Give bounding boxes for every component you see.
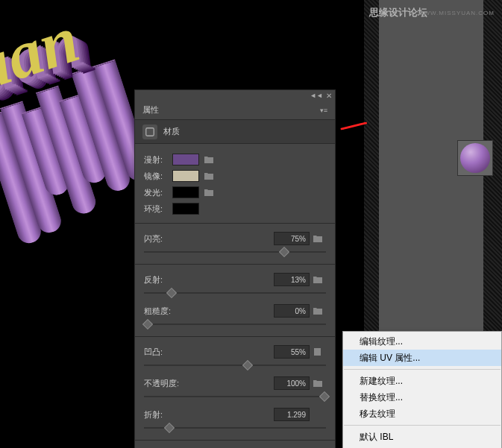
folder-icon[interactable]: [204, 171, 216, 181]
ambient-label: 环境:: [144, 204, 168, 215]
panel-menu-icon[interactable]: ▾≡: [320, 107, 327, 114]
folder-icon[interactable]: [313, 233, 326, 244]
watermark-en: WWW.MISSYUAN.COM: [418, 10, 495, 16]
menu-new-texture[interactable]: 新建纹理...: [343, 373, 501, 389]
bump-input[interactable]: 55%: [274, 345, 310, 359]
material-preview[interactable]: [457, 140, 493, 176]
rough-input[interactable]: 0%: [274, 304, 310, 318]
shine-input[interactable]: 75%: [274, 232, 310, 245]
panel-subtitle-bar: 材质: [135, 120, 335, 144]
refract-input[interactable]: 1.299: [274, 408, 310, 421]
reflect-input[interactable]: 13%: [274, 273, 310, 286]
refract-label: 折射:: [144, 409, 274, 420]
collapse-icon[interactable]: ◄◄: [310, 92, 323, 99]
svg-rect-0: [146, 127, 154, 136]
properties-panel: ◄◄ ✕ 属性 ▾≡ 材质 漫射: 镜像: 发光: 环境:: [134, 89, 336, 448]
bump-slider[interactable]: [144, 361, 326, 370]
material-icon: [142, 124, 157, 139]
shine-section: 闪亮: 75%: [135, 224, 335, 265]
refract-slider[interactable]: [144, 423, 326, 432]
reflect-slider[interactable]: [144, 288, 326, 297]
shine-slider[interactable]: [144, 247, 326, 256]
bottom-row: 法线: 环境:: [135, 441, 335, 448]
menu-replace-texture[interactable]: 替换纹理...: [343, 389, 501, 406]
glow-label: 发光:: [144, 187, 168, 198]
reflect-section: 反射: 13% 粗糙度: 0%: [135, 265, 335, 337]
menu-remove-texture[interactable]: 移去纹理: [343, 406, 501, 422]
bump-section: 凹凸: 55% 不透明度: 100% 折射: 1.299: [135, 337, 335, 441]
menu-bg-copy[interactable]: 背景 拷贝: [343, 445, 501, 448]
sphere-icon: [460, 143, 490, 173]
ambient-swatch[interactable]: [172, 203, 199, 215]
opacity-slider[interactable]: [144, 392, 326, 401]
context-menu: 编辑纹理... 编辑 UV 属性... 新建纹理... 替换纹理... 移去纹理…: [342, 331, 502, 448]
opacity-label: 不透明度:: [144, 378, 274, 389]
panel-title-bar: 属性 ▾≡: [135, 101, 335, 120]
opacity-input[interactable]: 100%: [274, 376, 310, 390]
glow-row: 发光:: [144, 184, 326, 201]
menu-edit-uv[interactable]: 编辑 UV 属性...: [343, 350, 501, 366]
menu-edit-texture[interactable]: 编辑纹理...: [343, 333, 501, 350]
rough-label: 粗糙度:: [144, 306, 274, 317]
diffuse-row: 漫射:: [144, 151, 326, 168]
close-icon[interactable]: ✕: [326, 92, 332, 100]
panel-title: 属性: [142, 104, 159, 116]
doc-icon[interactable]: [313, 347, 326, 357]
glow-swatch[interactable]: [172, 186, 199, 198]
folder-icon[interactable]: [204, 187, 216, 198]
bump-label: 凹凸:: [144, 347, 274, 358]
rough-slider[interactable]: [144, 320, 326, 329]
menu-separator: [344, 425, 501, 426]
diffuse-swatch[interactable]: [172, 154, 199, 165]
folder-icon[interactable]: [313, 274, 326, 285]
color-section: 漫射: 镜像: 发光: 环境:: [135, 144, 335, 224]
shine-label: 闪亮:: [144, 233, 274, 244]
diffuse-label: 漫射:: [144, 154, 168, 165]
specular-row: 镜像:: [144, 168, 326, 184]
specular-swatch[interactable]: [172, 170, 199, 182]
panel-subtitle: 材质: [163, 126, 180, 137]
specular-label: 镜像:: [144, 171, 168, 182]
folder-icon[interactable]: [313, 378, 326, 388]
reflect-label: 反射:: [144, 274, 274, 285]
panel-topbar: ◄◄ ✕: [135, 90, 335, 101]
ambient-row: 环境:: [144, 201, 326, 217]
folder-icon[interactable]: [204, 154, 216, 165]
menu-default-ibl[interactable]: 默认 IBL: [343, 429, 501, 445]
svg-rect-1: [314, 348, 321, 356]
folder-icon[interactable]: [313, 306, 326, 316]
menu-separator: [344, 369, 501, 370]
